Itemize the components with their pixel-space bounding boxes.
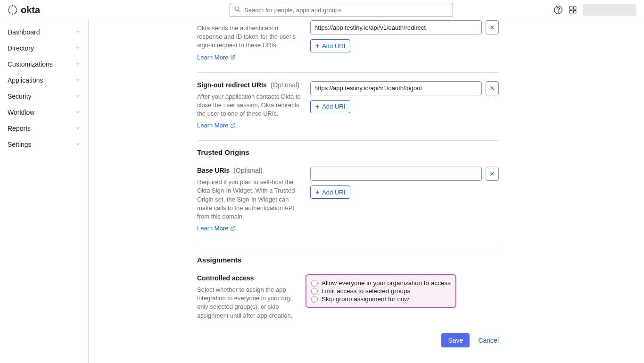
svg-point-10 [10,13,11,14]
form-actions: Save Cancel [197,320,499,357]
field-label: Controlled access [197,274,254,282]
svg-point-2 [8,9,9,10]
main-content[interactable]: Okta sends the authentication response a… [89,20,644,363]
chevron-down-icon [75,60,81,68]
save-button[interactable]: Save [441,333,470,347]
svg-point-13 [8,11,9,12]
assignments-heading: Assignments [197,248,499,266]
top-header: okta [0,0,644,20]
access-option-everyone[interactable]: Allow everyone in your organization to a… [311,279,451,287]
user-menu-placeholder[interactable] [583,4,636,16]
svg-rect-23 [574,11,576,13]
signout-redirect-uri-input[interactable] [310,81,482,95]
external-link-icon [230,54,236,60]
search-container [230,3,453,17]
help-text: Required if you plan to self-host the Ok… [197,178,302,221]
add-signin-uri-button[interactable]: + Add URI [310,39,350,52]
sidebar-item-label: Workflow [8,109,34,116]
brand-logo[interactable]: okta [8,5,40,16]
svg-line-17 [239,10,240,12]
radio-icon [311,288,318,295]
access-radio-group: Allow everyone in your organization to a… [305,274,456,308]
sidebar-item-label: Settings [8,141,32,148]
sidebar-item-label: Customizations [8,60,53,68]
help-icon[interactable] [553,5,563,15]
apps-grid-icon[interactable] [569,6,577,14]
svg-rect-21 [574,7,576,9]
add-base-uri-button[interactable]: + Add URI [310,186,350,199]
svg-point-0 [12,5,13,6]
sidebar-item-dashboard[interactable]: Dashboard [0,24,88,40]
close-icon [489,25,495,30]
plus-icon: + [315,188,319,196]
chevron-down-icon [75,141,81,148]
chevron-down-icon [75,93,81,100]
svg-point-16 [235,7,239,10]
remove-uri-button[interactable] [486,167,499,181]
plus-icon: + [315,42,319,50]
svg-point-9 [14,6,15,7]
search-icon [234,6,241,14]
svg-point-15 [16,11,17,12]
trusted-origins-heading: Trusted Origins [197,141,499,158]
add-uri-label: Add URI [322,189,345,196]
header-actions [553,4,636,16]
plus-icon: + [315,103,319,110]
base-uris-field: Base URIs (Optional) Required if you pla… [197,158,499,243]
radio-icon [311,296,318,303]
help-text: Okta sends the authentication response a… [197,24,302,50]
sidebar-item-applications[interactable]: Applications [0,72,88,88]
sidebar-item-security[interactable]: Security [0,88,88,104]
learn-more-link[interactable]: Learn More [197,122,236,129]
add-uri-label: Add URI [322,103,345,110]
sidebar: Dashboard Directory Customizations Appli… [0,20,89,363]
svg-point-3 [17,9,17,10]
add-signout-uri-button[interactable]: + Add URI [310,100,350,113]
sidebar-item-label: Applications [8,76,43,84]
search-input[interactable] [230,3,453,17]
radio-label: Limit access to selected groups [322,287,410,295]
remove-uri-button[interactable] [486,20,499,34]
chevron-down-icon [75,28,81,36]
optional-label: (Optional) [271,81,299,89]
sidebar-item-directory[interactable]: Directory [0,40,88,56]
signin-redirect-field: Okta sends the authentication response a… [197,20,499,73]
help-text: Select whether to assign the app integra… [197,286,302,320]
svg-point-1 [12,14,13,15]
svg-point-12 [8,8,9,8]
access-option-groups[interactable]: Limit access to selected groups [311,287,451,295]
radio-label: Allow everyone in your organization to a… [322,279,451,287]
chevron-down-icon [75,109,81,116]
svg-point-7 [15,7,16,8]
cancel-button[interactable]: Cancel [478,337,499,344]
access-option-skip[interactable]: Skip group assignment for now [311,295,451,303]
learn-more-label: Learn More [197,122,228,129]
close-icon [489,85,495,91]
sidebar-item-label: Dashboard [8,28,40,36]
svg-point-11 [14,13,15,14]
svg-point-5 [15,12,16,13]
learn-more-link[interactable]: Learn More [197,225,236,232]
remove-uri-button[interactable] [486,81,499,95]
chevron-down-icon [75,76,81,84]
base-uri-input[interactable] [310,167,482,181]
sidebar-item-settings[interactable]: Settings [0,136,88,152]
field-label: Sign-out redirect URIs [197,81,267,89]
add-uri-label: Add URI [322,42,345,50]
brand-text: okta [21,5,40,16]
svg-point-4 [9,7,10,8]
sidebar-item-workflow[interactable]: Workflow [0,104,88,120]
radio-icon [311,280,318,287]
field-label: Base URIs [197,167,230,174]
sidebar-item-label: Reports [8,125,31,132]
signin-redirect-uri-input[interactable] [310,20,482,34]
okta-logo-icon [8,5,18,15]
sidebar-item-reports[interactable]: Reports [0,120,88,136]
sidebar-item-customizations[interactable]: Customizations [0,56,88,72]
radio-label: Skip group assignment for now [322,295,409,303]
learn-more-link[interactable]: Learn More [197,54,236,61]
svg-point-6 [9,12,10,13]
svg-point-14 [16,8,17,8]
help-text: After your application contacts Okta to … [197,93,302,118]
close-icon [489,171,495,177]
